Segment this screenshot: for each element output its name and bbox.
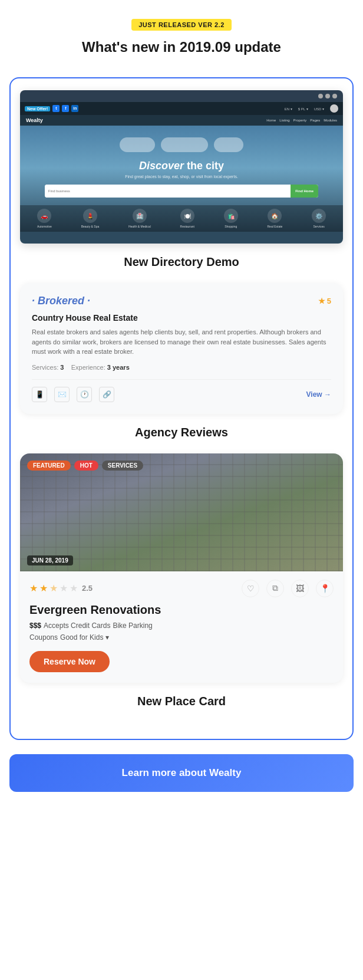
cat-health-label: Health & Medical	[128, 225, 151, 228]
realestate-icon: 🏠	[268, 209, 282, 223]
avatar	[330, 104, 338, 113]
place-card-image: FEATURED HOT SERVICES JUN 28, 2019	[20, 453, 343, 571]
facebook-icon: f	[62, 105, 69, 112]
dot2	[325, 94, 330, 98]
clock-icon-btn[interactable]: 🕐	[77, 387, 92, 402]
more-tags-link[interactable]: ▾	[105, 633, 109, 642]
reserve-now-button[interactable]: Reserve Now	[29, 651, 110, 672]
star-count: 5	[327, 297, 331, 305]
nav-listing: Listing	[279, 119, 289, 122]
browser-body: New Offer! t f in EN ▾ $ PL ▾ USD ▾ Weal…	[20, 102, 343, 244]
cloud-shapes	[20, 137, 343, 173]
email-icon-btn[interactable]: ✉️	[54, 387, 70, 402]
place-title: Evergreen Renovations	[29, 603, 334, 617]
cta-label: Learn more about Wealty	[122, 767, 242, 778]
learn-more-cta[interactable]: Learn more about Wealty	[9, 754, 354, 792]
dot1	[318, 94, 323, 98]
agency-card: · Brokered · ★ 5 Country House Real Esta…	[20, 283, 343, 414]
hero-subtitle: Find great places to stay, eat, shop, or…	[125, 175, 238, 179]
section2-title: Agency Reviews	[20, 426, 343, 439]
automotive-icon: 🚗	[37, 209, 51, 223]
place-tags: $$$ Accepts Credit Cards Bike Parking	[29, 621, 334, 630]
tag-credit-cards: Accepts Credit Cards	[44, 621, 110, 630]
cloud3	[214, 137, 243, 152]
section3-title: New Place Card	[20, 695, 343, 708]
image-icon-btn[interactable]: 🖼	[291, 580, 309, 597]
agency-brand-name: · Brokered ·	[32, 295, 90, 307]
dot3	[332, 94, 337, 98]
cat-shopping: 🛍️ Shopping	[224, 209, 238, 228]
cat-restaurant: 🍽️ Restaurant	[180, 209, 194, 228]
section1-title: New Directory Demo	[20, 255, 343, 269]
hero-search-bar[interactable]: Find Home	[45, 185, 318, 198]
version-badge: JUST RELEASED VER 2.2	[131, 19, 232, 31]
browser-mockup: New Offer! t f in EN ▾ $ PL ▾ USD ▾ Weal…	[20, 90, 343, 244]
nav-property: Property	[293, 119, 307, 122]
cat-realestate: 🏠 Real Estate	[267, 209, 282, 228]
services-icon: ⚙️	[312, 209, 326, 223]
fake-nav-right: EN ▾ $ PL ▾ USD ▾	[285, 104, 338, 113]
hero-bg: Discover the city Find great places to s…	[20, 126, 343, 232]
link-icon-btn[interactable]: 🔗	[99, 387, 114, 402]
health-icon: 🏥	[133, 209, 147, 223]
heart-icon-btn[interactable]: ♡	[242, 580, 259, 597]
agency-action-icons: 📱 ✉️ 🕐 🔗	[32, 387, 114, 402]
tag-coupons: Coupons	[29, 633, 58, 642]
lang-selector: EN ▾	[285, 107, 292, 111]
badge-hot: HOT	[74, 461, 98, 471]
cat-services-label: Services	[314, 225, 325, 228]
nav-home: Home	[266, 119, 276, 122]
tag-bike-parking: Bike Parking	[113, 621, 152, 630]
phone-icon-btn[interactable]: 📱	[32, 387, 47, 402]
agency-actions: 📱 ✉️ 🕐 🔗 View →	[32, 379, 331, 402]
linkedin-icon: in	[71, 105, 78, 112]
experience-value: 3 years	[107, 364, 130, 371]
place-rating-row: ★ ★ ★ ★ ★ 2.5 ♡ ⧉ 🖼 📍	[29, 580, 334, 597]
price-tag: $$$	[29, 621, 41, 630]
badge-services: SERVICES	[102, 461, 143, 471]
cat-beauty-label: Beauty & Spa	[81, 225, 100, 228]
agency-brand-row: · Brokered · ★ 5	[32, 295, 331, 307]
cloud1	[120, 137, 155, 152]
star5: ★	[70, 583, 78, 594]
cat-restaurant-label: Restaurant	[180, 225, 194, 228]
page-title: What's new in 2019.09 update	[12, 38, 351, 56]
hero-search-input[interactable]	[45, 185, 291, 198]
cat-beauty: 💄 Beauty & Spa	[81, 209, 100, 228]
browser-topbar	[20, 90, 343, 102]
services-label: Services:	[32, 364, 58, 371]
cat-services: ⚙️ Services	[312, 209, 326, 228]
currency-selector: $ PL ▾	[298, 107, 308, 111]
cat-automotive: 🚗 Automotive	[37, 209, 52, 228]
place-card-body: ★ ★ ★ ★ ★ 2.5 ♡ ⧉ 🖼 📍 Evergreen Renovati…	[20, 571, 343, 683]
place-card-image-inner	[20, 453, 343, 571]
badge-featured: FEATURED	[27, 461, 71, 471]
shopping-icon: 🛍️	[224, 209, 238, 223]
star1: ★	[29, 583, 38, 594]
site-logo: Wealty	[26, 117, 43, 123]
cat-health: 🏥 Health & Medical	[128, 209, 151, 228]
new-offer-badge: New Offer!	[25, 106, 50, 111]
star2: ★	[39, 583, 48, 594]
copy-icon-btn[interactable]: ⧉	[266, 580, 284, 597]
fake-navbar: New Offer! t f in EN ▾ $ PL ▾ USD ▾	[20, 102, 343, 115]
cloud2	[161, 137, 208, 152]
categories-row: 🚗 Automotive 💄 Beauty & Spa 🏥 Health & M…	[20, 205, 343, 232]
place-action-icons: ♡ ⧉ 🖼 📍	[242, 580, 334, 597]
view-link[interactable]: View →	[306, 390, 331, 399]
nav-pages: Pages	[310, 119, 320, 122]
usd-selector: USD ▾	[314, 107, 324, 111]
cat-shopping-label: Shopping	[225, 225, 237, 228]
services-count: 3	[60, 364, 64, 371]
place-date: JUN 28, 2019	[27, 555, 73, 565]
hero-find-home-button[interactable]: Find Home	[291, 185, 318, 198]
feature-block: New Offer! t f in EN ▾ $ PL ▾ USD ▾ Weal…	[9, 77, 354, 740]
location-icon-btn[interactable]: 📍	[316, 580, 334, 597]
beauty-icon: 💄	[83, 209, 97, 223]
star3: ★	[50, 583, 58, 594]
place-badges: FEATURED HOT SERVICES	[27, 461, 143, 471]
agency-card-desc: Real estate brokers and sales agents hel…	[32, 327, 331, 357]
place-tags-2: Coupons Good for Kids ▾	[29, 633, 334, 642]
agency-card-title: Country House Real Estate	[32, 313, 331, 323]
agency-meta: Services: 3 Experience: 3 years	[32, 364, 331, 371]
